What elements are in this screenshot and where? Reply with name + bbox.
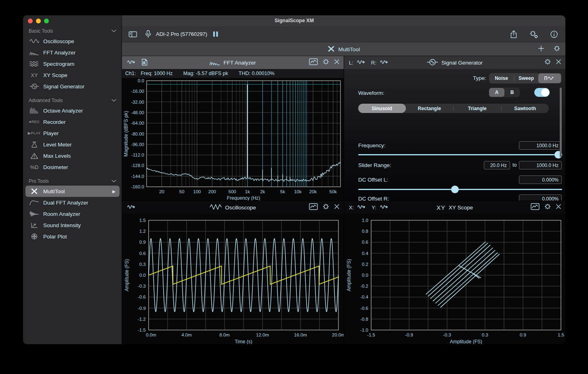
section-label: Pro Tools [29, 178, 49, 184]
close-window-button[interactable] [28, 19, 33, 23]
section-pro-tools[interactable]: Pro Tools [23, 177, 122, 186]
section-advanced-tools[interactable]: Advanced Tools [23, 96, 122, 105]
input-device-button[interactable] [145, 28, 152, 40]
plot-style-button[interactable] [531, 203, 540, 212]
sidebar-item-spectrogram[interactable]: Spectrogram [25, 58, 120, 69]
oscilloscope-chart[interactable]: 0.0m4.0m8.0m12.0m16.0m20.0m1.51.20.90.60… [122, 214, 344, 344]
share-button[interactable] [510, 28, 518, 40]
zoom-window-button[interactable] [44, 19, 49, 23]
channel-a-option[interactable]: A [489, 88, 504, 97]
sidebar-item-level-meter[interactable]: Level Meter [25, 139, 120, 150]
app-settings-button[interactable] [529, 28, 539, 40]
right-routing-icon[interactable] [380, 59, 389, 67]
siggen-scrollbar[interactable] [560, 88, 562, 157]
svg-text:20k: 20k [309, 189, 317, 194]
sidebar-item-player[interactable]: ▶PLAY Player [25, 127, 120, 139]
detach-arrow-icon[interactable]: ▶ [112, 189, 116, 194]
svg-text:1.5: 1.5 [139, 218, 146, 223]
status-magnitude: Mag: -5.57 dBFS pk [183, 71, 228, 76]
siggen-panel-header[interactable]: L: R: Signal Generator [344, 56, 565, 69]
plot-style-button[interactable] [309, 58, 318, 67]
svg-text:0.0: 0.0 [139, 273, 146, 278]
sidebar-item-max-levels[interactable]: Max Levels [25, 150, 120, 161]
fft-panel-header[interactable]: FFT Analyzer [122, 56, 344, 69]
sidebar-item-dual-fft-analyzer[interactable]: Dual FFT Analyzer [25, 197, 120, 208]
type-option-tone[interactable] [538, 73, 561, 83]
status-channel: Ch1: [125, 71, 136, 76]
sidebar-item-oscilloscope[interactable]: Oscilloscope [25, 36, 120, 47]
main-toolbar: ADI-2 Pro (57760297) [122, 26, 565, 42]
xy-panel-header[interactable]: X: Y: XY XY Scope [344, 201, 565, 214]
dc-offset-l-field[interactable]: 0.000% [519, 176, 562, 184]
sidebar-item-room-analyzer[interactable]: Room Analyzer [25, 208, 120, 219]
chevron-down-icon [111, 28, 116, 34]
siggen-body: Type: Noise Sweep Waveform: A B Sinusoid [344, 69, 565, 201]
xy-chart[interactable]: -1.5-0.9-0.30.30.91.51.00.80.60.40.20.0-… [344, 214, 565, 344]
minimize-window-button[interactable] [36, 19, 41, 23]
svg-text:5k: 5k [280, 189, 285, 194]
waveform-option-sawtooth[interactable]: Sawtooth [502, 104, 549, 113]
svg-text:1.0: 1.0 [362, 218, 368, 223]
fft-chart[interactable]: 20501002005001k2k5k10k20k50k0.0-16.00-32… [122, 78, 344, 201]
sidebar-item-xy-scope[interactable]: XY XY Scope [25, 69, 120, 81]
info-button[interactable] [550, 28, 558, 40]
panel-settings-button[interactable] [322, 203, 330, 212]
range-min-field[interactable]: 20.0 Hz [484, 161, 510, 169]
close-panel-button[interactable] [556, 204, 561, 211]
snapshot-document-icon[interactable] [141, 59, 148, 67]
dc-offset-l-slider-knob[interactable] [451, 186, 459, 193]
add-tool-button[interactable] [538, 45, 544, 53]
input-routing-icon[interactable] [127, 59, 136, 67]
panel-title: Oscilloscope [225, 205, 256, 211]
svg-text:-128.0: -128.0 [131, 163, 144, 168]
sidebar-item-polar-plot[interactable]: Polar Plot [25, 231, 120, 242]
channel-b-option[interactable]: B [504, 88, 520, 97]
sidebar-item-octave-analyzer[interactable]: Octave Analyzer [25, 105, 120, 116]
sidebar-item-signal-generator[interactable]: Signal Generator [25, 81, 120, 92]
y-routing-icon[interactable] [380, 204, 389, 211]
sidebar-item-recorder[interactable]: ●REC Recorder [25, 116, 120, 127]
close-panel-button[interactable] [334, 59, 340, 66]
panel-settings-button[interactable] [544, 203, 551, 212]
sidebar-item-multitool[interactable]: MultiTool ▶ [25, 186, 120, 197]
frequency-value-field[interactable]: 1000.0 Hz [519, 141, 562, 150]
type-option-noise[interactable]: Noise [489, 73, 514, 83]
section-basic-tools[interactable]: Basic Tools [23, 27, 122, 36]
panel-settings-button[interactable] [322, 58, 330, 67]
sidebar-item-fft-analyzer[interactable]: FFT Analyzer [25, 47, 120, 58]
x-routing-icon[interactable] [357, 204, 367, 211]
sidebar: Basic Tools Oscilloscope FFT Analyzer Sp… [23, 15, 122, 344]
dc-offset-r-field[interactable]: 0.000% [519, 194, 562, 201]
waveform-option-sinusoid[interactable]: Sinusoid [358, 104, 406, 113]
device-name[interactable]: ADI-2 Pro (57760297) [156, 31, 207, 37]
sidebar-item-sound-intensity[interactable]: Sound Intensity [25, 219, 120, 231]
svg-text:0.0: 0.0 [362, 273, 368, 278]
panel-settings-button[interactable] [544, 58, 551, 67]
left-routing-icon[interactable] [357, 59, 366, 67]
input-routing-icon[interactable] [127, 204, 136, 211]
sidebar-item-dosimeter[interactable]: %D Dosimeter [25, 161, 120, 173]
svg-text:Amplitude (FS): Amplitude (FS) [346, 259, 352, 291]
toggle-sidebar-button[interactable] [128, 28, 137, 40]
waveform-segmented-control: Sinusoid Rectangle Triangle Sawtooth [358, 104, 549, 113]
svg-text:200: 200 [208, 189, 216, 194]
svg-text:-1.5: -1.5 [367, 332, 375, 337]
oscilloscope-panel-header[interactable]: Oscilloscope [122, 201, 344, 214]
fft-analyzer-panel: FFT Analyzer Ch1: Freq: 1000 Hz Mag: -5.… [122, 56, 344, 201]
pause-button[interactable] [213, 28, 218, 40]
frequency-slider-track[interactable] [358, 154, 562, 155]
close-panel-button[interactable] [556, 59, 561, 66]
tab-label: MultiTool [338, 46, 360, 52]
output-enable-toggle[interactable] [534, 88, 550, 97]
desktop: SignalScope XM Basic Tools Oscilloscope … [0, 0, 588, 374]
waveform-option-rectangle[interactable]: Rectangle [406, 104, 454, 113]
type-option-sweep[interactable]: Sweep [514, 73, 538, 83]
tab-multitool[interactable]: MultiTool [122, 42, 565, 56]
close-panel-button[interactable] [334, 204, 340, 211]
plot-style-button[interactable] [309, 203, 318, 212]
dc-offset-l-slider-track[interactable] [358, 189, 562, 190]
range-max-field[interactable]: 1000.0 Hz [519, 161, 562, 169]
section-label: Basic Tools [29, 28, 53, 34]
waveform-option-triangle[interactable]: Triangle [454, 104, 501, 113]
layout-settings-button[interactable] [553, 45, 561, 54]
